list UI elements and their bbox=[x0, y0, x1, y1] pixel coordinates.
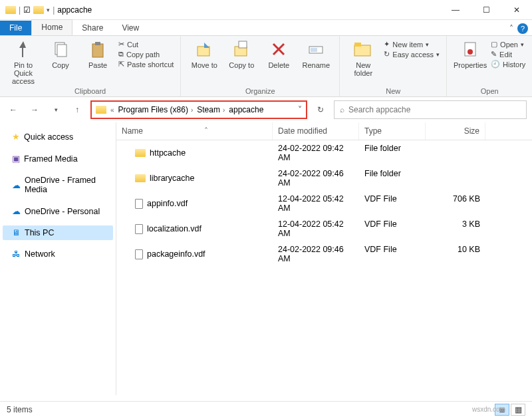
folder-icon bbox=[96, 106, 106, 114]
close-button[interactable]: ✕ bbox=[501, 0, 532, 20]
qat-dropdown[interactable]: ▾ bbox=[47, 7, 50, 13]
view-large-button[interactable]: ▦ bbox=[511, 404, 525, 416]
checkbox-icon[interactable]: ☑ bbox=[23, 5, 31, 15]
window-title: appcache bbox=[57, 5, 92, 15]
properties-icon bbox=[460, 39, 481, 60]
delete-icon bbox=[268, 39, 289, 60]
svg-rect-4 bbox=[95, 42, 100, 45]
newitem-icon: ✦ bbox=[384, 40, 390, 49]
file-icon bbox=[135, 224, 143, 234]
rename-button[interactable]: Rename bbox=[299, 39, 332, 69]
ribbon: Pin to Quick access Copy Paste ✂Cut ⧉Cop… bbox=[0, 36, 532, 97]
file-size: 10 KB bbox=[426, 243, 485, 265]
tab-file[interactable]: File bbox=[0, 21, 31, 35]
svg-rect-7 bbox=[239, 41, 247, 48]
tree-network[interactable]: 🖧Network bbox=[3, 247, 113, 261]
moveto-button[interactable]: Move to bbox=[188, 39, 221, 69]
file-name: localization.vdf bbox=[147, 224, 201, 233]
network-icon: 🖧 bbox=[12, 249, 21, 259]
tab-view[interactable]: View bbox=[112, 21, 148, 35]
breadcrumb-overflow[interactable]: « bbox=[110, 106, 114, 114]
cloud-icon: ☁ bbox=[12, 206, 21, 216]
search-input[interactable]: ⌕ Search appcache bbox=[334, 100, 527, 119]
copy-button[interactable]: Copy bbox=[44, 39, 77, 69]
tab-share[interactable]: Share bbox=[72, 21, 112, 35]
picture-icon: ▣ bbox=[12, 154, 20, 164]
svg-rect-12 bbox=[354, 45, 370, 56]
file-row[interactable]: appinfo.vdf12-04-2022 05:42 AMVDF File70… bbox=[116, 191, 532, 216]
forward-button[interactable]: → bbox=[27, 102, 43, 118]
open-button[interactable]: ▢Open ▾ bbox=[491, 40, 525, 49]
tab-home[interactable]: Home bbox=[31, 19, 72, 35]
pin-icon bbox=[13, 39, 34, 60]
search-placeholder: Search appcache bbox=[348, 105, 410, 114]
file-row[interactable]: localization.vdf12-04-2022 05:42 AMVDF F… bbox=[116, 216, 532, 241]
collapse-ribbon-icon[interactable]: ˄ bbox=[509, 24, 513, 33]
breadcrumb-item[interactable]: Program Files (x86)› bbox=[118, 105, 194, 114]
group-new: New folder ✦New item ▾ ↻Easy access ▾ Ne… bbox=[340, 36, 447, 96]
copy-icon bbox=[50, 39, 71, 60]
address-bar[interactable]: « Program Files (x86)› Steam› appcache ˅ bbox=[90, 100, 307, 119]
back-button[interactable]: ← bbox=[5, 102, 21, 118]
edit-button[interactable]: ✎Edit bbox=[491, 50, 525, 59]
cut-button[interactable]: ✂Cut bbox=[118, 40, 174, 49]
group-label: Open bbox=[454, 86, 525, 95]
breadcrumb-item[interactable]: Steam› bbox=[197, 105, 225, 114]
svg-marker-0 bbox=[19, 41, 26, 57]
recent-button[interactable]: ▾ bbox=[48, 102, 64, 118]
group-label: Organize bbox=[188, 86, 332, 95]
watermark: wsxdn.com bbox=[472, 406, 505, 413]
sort-indicator-icon: ˄ bbox=[204, 126, 208, 136]
file-size bbox=[426, 142, 485, 164]
folder-icon bbox=[135, 174, 146, 182]
title-bar: | ☑ ▾ | appcache — ☐ ✕ bbox=[0, 0, 532, 20]
newfolder-icon bbox=[352, 39, 374, 60]
breadcrumb-item[interactable]: appcache bbox=[229, 105, 263, 114]
tree-quick-access[interactable]: ★Quick access bbox=[3, 129, 113, 144]
svg-rect-3 bbox=[92, 44, 103, 57]
file-row[interactable]: packageinfo.vdf24-02-2022 09:46 AMVDF Fi… bbox=[116, 241, 532, 267]
properties-button[interactable]: Properties bbox=[454, 39, 487, 69]
maximize-button[interactable]: ☐ bbox=[471, 0, 501, 20]
item-count: 5 items bbox=[7, 405, 33, 414]
group-clipboard: Pin to Quick access Copy Paste ✂Cut ⧉Cop… bbox=[0, 36, 181, 96]
easyaccess-icon: ↻ bbox=[384, 50, 390, 59]
open-icon: ▢ bbox=[491, 40, 497, 49]
copyto-button[interactable]: Copy to bbox=[225, 39, 258, 69]
up-button[interactable]: ↑ bbox=[69, 102, 85, 118]
tree-onedrive-framed[interactable]: ☁OneDrive - Framed Media bbox=[3, 173, 113, 197]
pin-button[interactable]: Pin to Quick access bbox=[7, 39, 40, 85]
history-icon: 🕘 bbox=[491, 60, 500, 69]
group-organize: Move to Copy to Delete Rename Organize bbox=[181, 36, 340, 96]
edit-icon: ✎ bbox=[491, 50, 497, 59]
file-name: packageinfo.vdf bbox=[147, 249, 205, 259]
address-dropdown[interactable]: ˅ bbox=[298, 105, 302, 114]
history-button[interactable]: 🕘History bbox=[491, 60, 525, 69]
file-name: appinfo.vdf bbox=[147, 199, 188, 208]
help-icon[interactable]: ? bbox=[517, 23, 528, 34]
easyaccess-button[interactable]: ↻Easy access ▾ bbox=[384, 50, 440, 59]
tree-framed-media[interactable]: ▣Framed Media bbox=[3, 151, 113, 166]
file-row[interactable]: librarycache24-02-2022 09:46 AMFile fold… bbox=[116, 166, 532, 191]
column-headers[interactable]: Name˄ Date modified Type Size bbox=[116, 122, 532, 140]
file-row[interactable]: httpcache24-02-2022 09:42 AMFile folder bbox=[116, 140, 532, 166]
copypath-button[interactable]: ⧉Copy path bbox=[118, 50, 174, 59]
file-type: VDF File bbox=[359, 243, 426, 265]
file-type: VDF File bbox=[359, 192, 426, 215]
copyto-icon bbox=[231, 39, 252, 60]
minimize-button[interactable]: — bbox=[440, 0, 471, 20]
group-open: Properties ▢Open ▾ ✎Edit 🕘History Open bbox=[447, 36, 532, 96]
delete-button[interactable]: Delete bbox=[262, 39, 295, 69]
svg-rect-13 bbox=[354, 43, 361, 47]
file-size: 706 KB bbox=[426, 192, 485, 215]
newitem-button[interactable]: ✦New item ▾ bbox=[384, 40, 440, 49]
refresh-button[interactable]: ↻ bbox=[313, 102, 329, 118]
tree-this-pc[interactable]: 🖥This PC bbox=[3, 225, 113, 240]
paste-button[interactable]: Paste bbox=[81, 39, 114, 69]
pasteshortcut-button[interactable]: ⇱Paste shortcut bbox=[118, 60, 174, 69]
pc-icon: 🖥 bbox=[12, 228, 21, 237]
tree-onedrive-personal[interactable]: ☁OneDrive - Personal bbox=[3, 204, 113, 219]
group-label: New bbox=[346, 86, 440, 95]
svg-rect-11 bbox=[311, 48, 317, 52]
newfolder-button[interactable]: New folder bbox=[346, 39, 380, 77]
